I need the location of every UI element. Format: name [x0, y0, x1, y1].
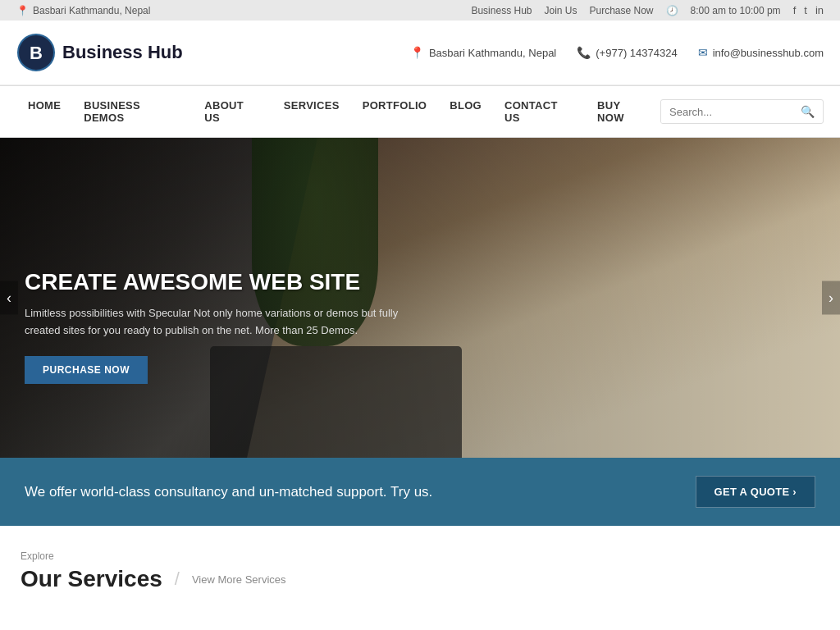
services-section: Explore Our Services / View More Service…: [0, 526, 840, 600]
get-a-quote-button[interactable]: GET A QUOTE ›: [696, 476, 815, 508]
social-icons: f t in: [793, 4, 824, 16]
nav-item-blog[interactable]: BLOG: [438, 86, 493, 137]
search-bar[interactable]: 🔍: [660, 99, 824, 124]
top-bar-link-join-us[interactable]: Join Us: [544, 5, 577, 16]
quote-banner: We offer world-class consultancy and un-…: [0, 458, 840, 526]
facebook-icon[interactable]: f: [793, 4, 797, 16]
nav-item-portfolio[interactable]: PORTFOLIO: [351, 86, 439, 137]
hero-title: CREATE AWESOME WEB SITE: [25, 268, 418, 296]
nav-menu: HOME BUSINESS DEMOS ABOUT US SERVICES PO…: [16, 86, 660, 137]
nav-item-home[interactable]: HOME: [16, 86, 72, 137]
top-bar-link-business-hub[interactable]: Business Hub: [471, 5, 532, 16]
services-heading-row: Our Services / View More Services: [21, 566, 819, 592]
contact-phone-text: (+977) 14374324: [596, 47, 677, 59]
hero-next-button[interactable]: ›: [822, 281, 840, 315]
clock-icon: 🕗: [666, 5, 678, 16]
main-navigation: HOME BUSINESS DEMOS ABOUT US SERVICES PO…: [0, 85, 840, 138]
search-input[interactable]: [661, 101, 792, 123]
services-heading: Our Services: [21, 566, 162, 592]
hero-section: ‹ CREATE AWESOME WEB SITE Limitless poss…: [0, 138, 840, 458]
nav-item-about-us[interactable]: ABOUT US: [193, 86, 272, 137]
logo-icon: B: [16, 33, 56, 72]
logo-text: Business Hub: [62, 42, 183, 63]
contact-location: 📍 Basbari Kathmandu, Nepal: [410, 46, 556, 59]
services-label: Explore: [21, 550, 819, 562]
phone-icon: 📞: [577, 46, 591, 59]
top-bar-right: Business Hub Join Us Purchase Now 🕗 8:00…: [471, 4, 824, 16]
nav-item-business-demos[interactable]: BUSINESS DEMOS: [72, 86, 193, 137]
logo[interactable]: B Business Hub: [16, 33, 183, 72]
site-header: B Business Hub 📍 Basbari Kathmandu, Nepa…: [0, 21, 840, 85]
hero-description: Limitless possibilities with Specular No…: [25, 305, 418, 340]
svg-text:B: B: [30, 43, 43, 63]
email-icon: ✉: [698, 46, 708, 59]
hero-cta-button[interactable]: PURCHASE NOW: [25, 356, 148, 384]
top-bar: 📍 Basbari Kathmandu, Nepal Business Hub …: [0, 0, 840, 21]
pin-icon: 📍: [16, 5, 29, 16]
nav-item-buy-now[interactable]: BUY NOW: [586, 86, 660, 137]
search-button[interactable]: 🔍: [792, 100, 823, 123]
top-bar-location-text: Basbari Kathmandu, Nepal: [33, 5, 150, 16]
linkedin-icon[interactable]: in: [815, 4, 824, 16]
contact-phone: 📞 (+977) 14374324: [577, 46, 677, 59]
services-divider: /: [175, 568, 180, 590]
business-hours: 8:00 am to 10:00 pm: [691, 5, 781, 16]
top-bar-location: 📍 Basbari Kathmandu, Nepal: [16, 5, 150, 16]
contact-location-text: Basbari Kathmandu, Nepal: [429, 47, 556, 59]
location-icon: 📍: [410, 46, 424, 59]
top-bar-link-purchase-now[interactable]: Purchase Now: [590, 5, 654, 16]
quote-text: We offer world-class consultancy and un-…: [25, 484, 432, 500]
hero-prev-button[interactable]: ‹: [0, 281, 18, 315]
nav-item-contact-us[interactable]: CONTACT US: [493, 86, 586, 137]
contact-email-text: info@businesshub.com: [713, 47, 824, 59]
hero-content: CREATE AWESOME WEB SITE Limitless possib…: [25, 268, 418, 384]
twitter-icon[interactable]: t: [804, 4, 807, 16]
nav-item-services[interactable]: SERVICES: [272, 86, 351, 137]
view-more-services-link[interactable]: View More Services: [192, 573, 286, 586]
header-contact: 📍 Basbari Kathmandu, Nepal 📞 (+977) 1437…: [410, 46, 824, 59]
contact-email: ✉ info@businesshub.com: [698, 46, 824, 59]
